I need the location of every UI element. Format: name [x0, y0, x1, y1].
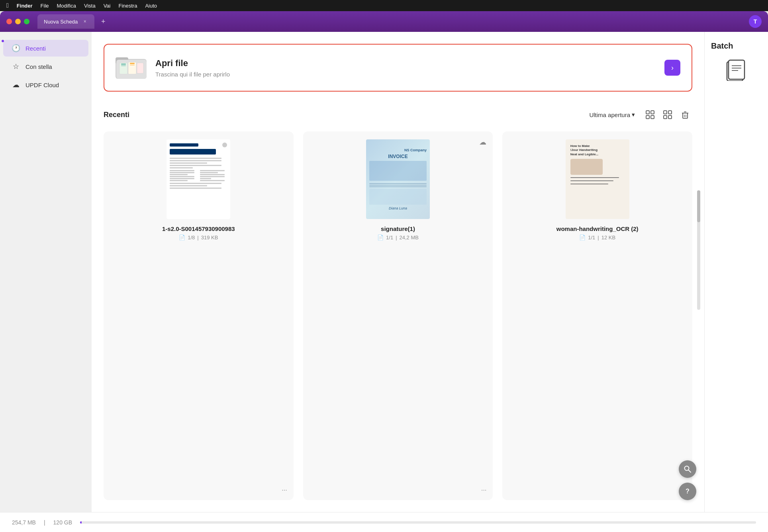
floating-buttons: ? — [679, 460, 696, 500]
svg-rect-8 — [130, 65, 135, 65]
tab-bar: Nuova Scheda × + — [37, 14, 749, 29]
tab-close-button[interactable]: × — [82, 18, 88, 25]
menu-vai[interactable]: Vai — [104, 3, 111, 9]
file-page-icon-1: 📄 — [377, 235, 384, 241]
file-more-menu-1[interactable]: ··· — [481, 487, 486, 494]
file-thumbnail-2: How to Make!Jour HandwritingNeat and Leg… — [566, 139, 629, 219]
file-meta-1: 📄 1/1 | 24,2 MB — [377, 235, 419, 241]
sidebar-item-wrapper-recenti: 🕐 Recenti — [0, 40, 92, 57]
svg-rect-5 — [121, 65, 126, 66]
svg-rect-14 — [664, 111, 667, 114]
sidebar-item-con-stella[interactable]: ☆ Con stella — [3, 58, 88, 75]
maximize-button[interactable] — [24, 19, 29, 24]
file-page-icon-0: 📄 — [179, 235, 185, 241]
storage-bar — [80, 521, 756, 524]
delete-button[interactable] — [678, 108, 692, 122]
menu-vista[interactable]: Vista — [84, 3, 96, 9]
file-card-0[interactable]: 1-s2.0-S001457930900983 📄 1/8 | 319 KB ·… — [104, 131, 294, 500]
avatar[interactable]: T — [749, 15, 762, 28]
sidebar-item-updf-cloud[interactable]: ☁ UPDF Cloud — [3, 76, 88, 93]
svg-rect-6 — [128, 62, 136, 74]
open-file-dropzone[interactable]: Apri file Trascina qui il file per aprir… — [104, 44, 692, 92]
file-pages-2: 1/1 — [588, 235, 595, 241]
file-meta-2: 📄 1/1 | 12 KB — [579, 235, 615, 241]
scroll-thumb[interactable] — [697, 190, 700, 222]
clock-icon: 🕐 — [11, 44, 21, 53]
file-name-0: 1-s2.0-S001457930900983 — [162, 225, 235, 232]
file-page-icon-2: 📄 — [579, 235, 586, 241]
menu-modifica[interactable]: Modifica — [57, 3, 76, 9]
svg-rect-7 — [130, 63, 135, 64]
file-name-1: signature(1) — [381, 225, 415, 232]
grid-view-button[interactable] — [643, 108, 657, 122]
main-content: 🕐 Recenti ☆ Con stella ☁ UPDF Cloud — [0, 32, 768, 512]
file-size-1: 24,2 MB — [400, 235, 419, 241]
menu-finestra[interactable]: Finestra — [118, 3, 137, 9]
traffic-lights — [6, 19, 29, 24]
folder-icon — [116, 54, 147, 81]
file-card-1[interactable]: ☁ NS Company INVOICE Di — [303, 131, 493, 500]
bottom-bar: 254,7 MB | 120 GB — [0, 512, 768, 532]
new-tab-button[interactable]: + — [98, 16, 109, 27]
open-file-arrow-button[interactable]: › — [664, 60, 680, 76]
cloud-sync-icon: ☁ — [479, 138, 486, 147]
storage-bar-fill — [80, 521, 82, 524]
menu-aiuto[interactable]: Aiuto — [145, 3, 157, 9]
minimize-button[interactable] — [15, 19, 21, 24]
svg-line-29 — [688, 470, 691, 472]
file-separator-2: | — [598, 235, 599, 241]
svg-rect-18 — [683, 113, 688, 118]
batch-icon[interactable] — [725, 59, 748, 82]
help-float-button[interactable]: ? — [679, 483, 696, 500]
svg-rect-13 — [651, 115, 654, 119]
svg-rect-15 — [668, 111, 672, 114]
grid-icon — [646, 110, 654, 119]
file-name-2: woman-handwriting_OCR (2) — [556, 225, 639, 232]
file-separator-0: | — [197, 235, 198, 241]
close-button[interactable] — [6, 19, 12, 24]
list-view-button[interactable] — [660, 108, 675, 122]
file-meta-0: 📄 1/8 | 319 KB — [179, 235, 218, 241]
search-float-button[interactable] — [679, 460, 696, 478]
svg-rect-16 — [664, 115, 667, 119]
file-thumbnail-1: NS Company INVOICE Diana Luna — [366, 139, 430, 219]
storage-used: 254,7 MB — [12, 519, 36, 526]
star-icon: ☆ — [11, 62, 21, 71]
file-more-menu-0[interactable]: ··· — [282, 487, 287, 494]
active-indicator — [2, 40, 4, 42]
apple-menu-icon[interactable]:  — [6, 2, 9, 9]
tab-title: Nuova Scheda — [44, 19, 78, 25]
menu-finder[interactable]: Finder — [17, 3, 33, 9]
batch-panel: Batch — [704, 32, 768, 512]
sidebar-item-recenti[interactable]: 🕐 Recenti — [3, 40, 88, 57]
file-thumbnail-0 — [167, 139, 230, 219]
menu-bar:  Finder File Modifica Vista Vai Finestr… — [0, 0, 768, 11]
svg-rect-17 — [668, 115, 672, 119]
storage-separator: | — [44, 519, 45, 526]
scrollbar[interactable] — [697, 190, 700, 310]
recenti-section-title: Recenti — [104, 111, 129, 119]
svg-rect-10 — [646, 111, 649, 114]
svg-rect-11 — [651, 111, 654, 114]
cloud-icon: ☁ — [11, 80, 21, 89]
recenti-header: Recenti Ultima apertura ▾ — [104, 108, 692, 122]
active-tab[interactable]: Nuova Scheda × — [37, 14, 94, 29]
menu-file[interactable]: File — [41, 3, 49, 9]
sort-dropdown[interactable]: Ultima apertura ▾ — [589, 111, 635, 118]
view-toggle — [643, 108, 692, 122]
svg-rect-3 — [120, 63, 127, 74]
app-window: Nuova Scheda × + T 🕐 Recenti ☆ Con stell… — [0, 11, 768, 532]
file-separator-1: | — [396, 235, 397, 241]
sidebar-label-con-stella: Con stella — [25, 63, 52, 70]
batch-title: Batch — [711, 41, 733, 51]
list-icon — [663, 110, 672, 119]
sort-label: Ultima apertura — [589, 111, 630, 118]
sort-arrow-icon: ▾ — [632, 111, 635, 118]
file-card-2[interactable]: How to Make!Jour HandwritingNeat and Leg… — [502, 131, 692, 500]
open-file-texts: Apri file Trascina qui il file per aprir… — [155, 58, 656, 78]
storage-total: 120 GB — [53, 519, 72, 526]
sidebar-label-recenti: Recenti — [25, 45, 46, 52]
sidebar-label-updf-cloud: UPDF Cloud — [25, 82, 59, 88]
svg-rect-9 — [137, 63, 143, 73]
sidebar: 🕐 Recenti ☆ Con stella ☁ UPDF Cloud — [0, 32, 92, 512]
